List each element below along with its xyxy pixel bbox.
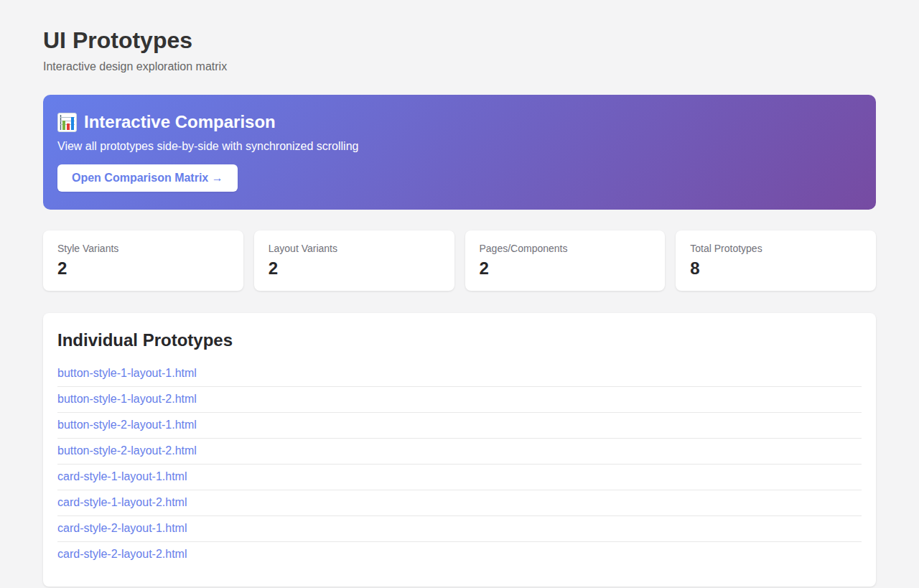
stat-card-layout-variants: Layout Variants 2 (254, 230, 454, 291)
stat-value: 8 (690, 258, 862, 279)
stat-card-total-prototypes: Total Prototypes 8 (676, 230, 876, 291)
stat-card-style-variants: Style Variants 2 (43, 230, 243, 291)
stat-value: 2 (57, 258, 229, 279)
banner-title: Interactive Comparison (84, 112, 276, 132)
page-title: UI Prototypes (43, 27, 876, 54)
prototypes-list: button-style-1-layout-1.html button-styl… (57, 361, 862, 567)
prototype-link[interactable]: card-style-2-layout-1.html (57, 516, 862, 542)
stat-label: Pages/Components (480, 243, 651, 254)
prototype-link[interactable]: button-style-2-layout-1.html (57, 413, 862, 439)
banner-description: View all prototypes side-by-side with sy… (57, 140, 858, 153)
stat-label: Layout Variants (269, 243, 440, 254)
stat-card-pages-components: Pages/Components 2 (465, 230, 666, 291)
stats-row: Style Variants 2 Layout Variants 2 Pages… (43, 230, 876, 291)
open-comparison-button[interactable]: Open Comparison Matrix → (57, 164, 238, 192)
prototypes-heading: Individual Prototypes (57, 330, 862, 350)
banner-title-row: Interactive Comparison (57, 112, 858, 132)
prototype-link[interactable]: button-style-2-layout-2.html (57, 439, 862, 465)
prototypes-card: Individual Prototypes button-style-1-lay… (43, 313, 876, 587)
comparison-banner: Interactive Comparison View all prototyp… (43, 95, 876, 210)
stat-value: 2 (480, 258, 651, 279)
page-container: UI Prototypes Interactive design explora… (43, 0, 876, 588)
bar-chart-icon (57, 113, 77, 132)
prototype-link[interactable]: button-style-1-layout-2.html (57, 387, 862, 413)
stat-label: Total Prototypes (690, 243, 862, 254)
stat-label: Style Variants (57, 243, 229, 254)
prototype-link[interactable]: card-style-1-layout-1.html (57, 465, 862, 490)
prototype-link[interactable]: button-style-1-layout-1.html (57, 361, 862, 387)
prototype-link[interactable]: card-style-1-layout-2.html (57, 490, 862, 516)
prototype-link[interactable]: card-style-2-layout-2.html (57, 542, 862, 567)
page-subtitle: Interactive design exploration matrix (43, 60, 876, 73)
stat-value: 2 (269, 258, 440, 279)
